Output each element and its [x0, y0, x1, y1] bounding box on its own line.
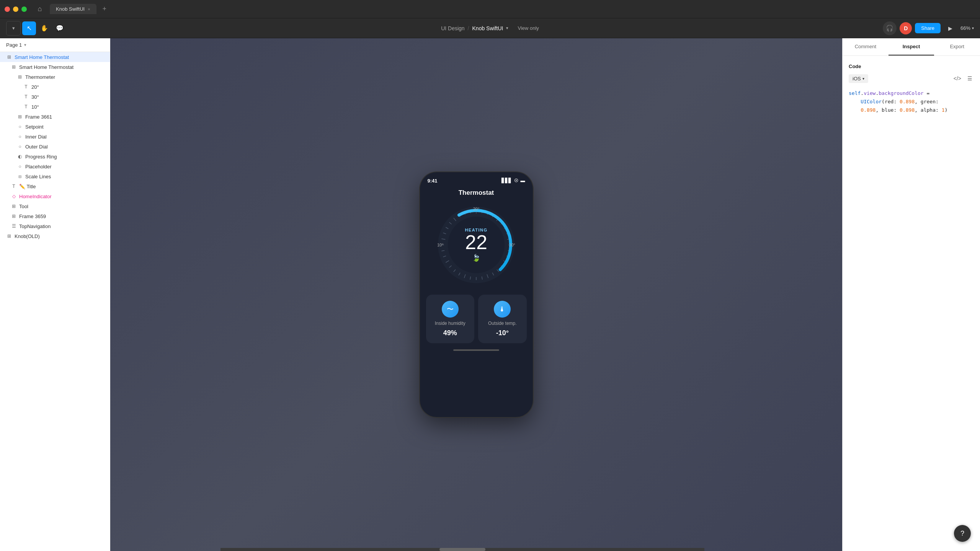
play-button[interactable]: ▶: [944, 21, 957, 35]
code-toolbar: </> ☰: [952, 74, 974, 83]
code-copy-button[interactable]: ☰: [966, 74, 974, 83]
outside-temp-value: -10°: [496, 329, 509, 337]
phone-mockup: 9:41 ▋▋▋ ☉ ▬ Thermostat: [420, 172, 533, 417]
layer-icon-nav: ☰: [11, 223, 17, 229]
code-alpha-val: 1: [942, 107, 945, 113]
tab-add-button[interactable]: +: [103, 5, 107, 13]
code-green-val: 0.898: [861, 107, 875, 113]
select-tool-button[interactable]: ↖: [22, 21, 36, 35]
layer-icon-frame6: ⊞: [11, 213, 17, 219]
layer-item-title[interactable]: T ✏️ Title: [0, 181, 110, 191]
layer-item-frame3659[interactable]: ⊞ Frame 3659: [0, 211, 110, 221]
breadcrumb-separator: /: [468, 25, 469, 31]
page-selector[interactable]: Page 1 ▾: [0, 38, 110, 52]
wifi-icon: ☉: [514, 178, 518, 183]
layer-item-top-navigation[interactable]: ☰ TopNavigation: [0, 221, 110, 231]
layer-item-placeholder[interactable]: ○ Placeholder: [0, 161, 110, 171]
comment-tool-button[interactable]: 💬: [53, 21, 67, 35]
code-self: self: [849, 90, 861, 96]
status-time: 9:41: [428, 178, 438, 184]
cursor-tool-button[interactable]: ▾: [7, 21, 20, 35]
layer-item-inner-dial[interactable]: ○ Inner Dial: [0, 132, 110, 142]
layer-item-smart-home-thermostat-child[interactable]: ⊞ Smart Home Thermostat: [0, 62, 110, 72]
dropdown-icon[interactable]: ▾: [506, 26, 508, 31]
layer-item-frame3661[interactable]: ⊞ Frame 3661: [0, 112, 110, 122]
layer-item-outer-dial[interactable]: ○ Outer Dial: [0, 142, 110, 152]
hand-tool-button[interactable]: ✋: [38, 21, 51, 35]
platform-dropdown-icon: ▾: [862, 77, 864, 81]
scrollbar-thumb: [439, 548, 485, 551]
outside-temp-label: Outside temp.: [488, 321, 517, 326]
canvas-background[interactable]: 9:41 ▋▋▋ ☉ ▬ Thermostat: [110, 38, 842, 551]
file-name-label[interactable]: Knob SwiftUI: [472, 25, 503, 31]
canvas: 9:41 ▋▋▋ ☉ ▬ Thermostat: [110, 38, 842, 551]
tools-right: 🎧 D Share ▶ 66% ▾: [883, 21, 974, 35]
layer-icon-frame7: ⊞: [6, 233, 12, 239]
tab-export[interactable]: Export: [934, 38, 980, 55]
window-maximize-button[interactable]: [21, 7, 27, 12]
tab-close-icon[interactable]: ×: [88, 7, 90, 11]
platform-badge[interactable]: iOS ▾: [849, 74, 868, 83]
layer-icon-text1: T: [23, 84, 29, 90]
layer-item-knob-old[interactable]: ⊞ Knob(OLD): [0, 231, 110, 241]
code-red-val: 0.898: [900, 99, 915, 104]
window-minimize-button[interactable]: [13, 7, 18, 12]
code-method: backgroundColor: [879, 90, 923, 96]
layer-icon-circle1: ○: [17, 124, 23, 130]
menu-bar: ▾ ↖ ✋ 💬 UI Design / Knob SwiftUI ▾ View …: [0, 18, 980, 38]
code-blue-val: 0.898: [900, 107, 915, 113]
dial-label-left: 10°: [437, 243, 444, 247]
outside-temp-icon: 🌡: [494, 301, 511, 318]
status-icons: ▋▋▋ ☉ ▬: [501, 178, 525, 183]
breadcrumb-part1: UI Design: [441, 25, 464, 31]
layer-icon-grid: ⊟: [17, 173, 23, 179]
dial-leaf-icon: 🍃: [465, 254, 487, 262]
horizontal-scrollbar[interactable]: [220, 548, 704, 551]
main-layout: Page 1 ▾ ⊞ Smart Home Thermostat ⊞ Smart…: [0, 38, 980, 551]
layer-item-10deg[interactable]: T 10°: [0, 102, 110, 112]
right-panel-content: Code iOS ▾ </> ☰ self.view.backgroundCol…: [843, 56, 980, 551]
home-indicator-bar: [453, 349, 499, 351]
signal-icon: ▋▋▋: [501, 178, 512, 183]
layer-icon-circle3: ○: [17, 143, 23, 150]
tab-comment[interactable]: Comment: [843, 38, 889, 55]
layer-icon-frame3: ⊞: [17, 74, 23, 80]
code-format-button[interactable]: </>: [952, 74, 963, 83]
battery-icon: ▬: [521, 178, 525, 183]
phone-screen-title: Thermostat: [426, 189, 527, 197]
layer-icon-progress: ◐: [17, 153, 23, 160]
layer-icon-text4: T: [11, 183, 17, 189]
page-label: Page 1: [6, 42, 22, 48]
layer-item-tool[interactable]: ⊞ Tool: [0, 201, 110, 211]
headphones-button[interactable]: 🎧: [883, 21, 897, 35]
zoom-label[interactable]: 66% ▾: [960, 25, 974, 31]
right-panel: Comment Inspect Export Code iOS ▾ </> ☰: [842, 38, 980, 551]
thermostat-dial: HEATING 22 🍃 20° 10° 30°: [426, 203, 527, 287]
avatar: D: [900, 22, 912, 34]
layer-item-scale-lines[interactable]: ⊟ Scale Lines: [0, 171, 110, 181]
code-class: UIColor: [861, 99, 882, 104]
layer-item-progress-ring[interactable]: ◐ Progress Ring: [0, 152, 110, 161]
window-controls: [5, 7, 27, 12]
layer-item-setpoint[interactable]: ○ Setpoint: [0, 122, 110, 132]
layer-item-smart-home-thermostat-root[interactable]: ⊞ Smart Home Thermostat: [0, 52, 110, 62]
layer-item-thermometer[interactable]: ⊞ Thermometer: [0, 72, 110, 82]
info-cards: 〜 Inside humidity 49% 🌡 Outside temp. -1…: [426, 295, 527, 343]
layer-item-home-indicator[interactable]: ◇ HomeIndicator: [0, 191, 110, 201]
help-button[interactable]: ?: [954, 525, 971, 542]
tools-left: ▾ ↖ ✋ 💬: [6, 21, 67, 36]
code-property: view: [864, 90, 875, 96]
layer-icon-text3: T: [23, 104, 29, 110]
outside-temp-card: 🌡 Outside temp. -10°: [478, 295, 527, 343]
phone-content: Thermostat: [420, 189, 533, 343]
layer-item-30deg[interactable]: T 30°: [0, 92, 110, 102]
tab-knob-swiftui[interactable]: Knob SwiftUI ×: [50, 4, 96, 14]
home-icon[interactable]: ⌂: [34, 4, 45, 15]
right-panel-tabs: Comment Inspect Export: [843, 38, 980, 56]
layer-item-20deg[interactable]: T 20°: [0, 82, 110, 92]
tab-inspect[interactable]: Inspect: [889, 38, 934, 55]
layer-icon-frame2: ⊞: [11, 64, 17, 70]
center-title: UI Design / Knob SwiftUI ▾ View only: [441, 25, 539, 31]
share-button[interactable]: Share: [915, 23, 941, 33]
window-close-button[interactable]: [5, 7, 10, 12]
